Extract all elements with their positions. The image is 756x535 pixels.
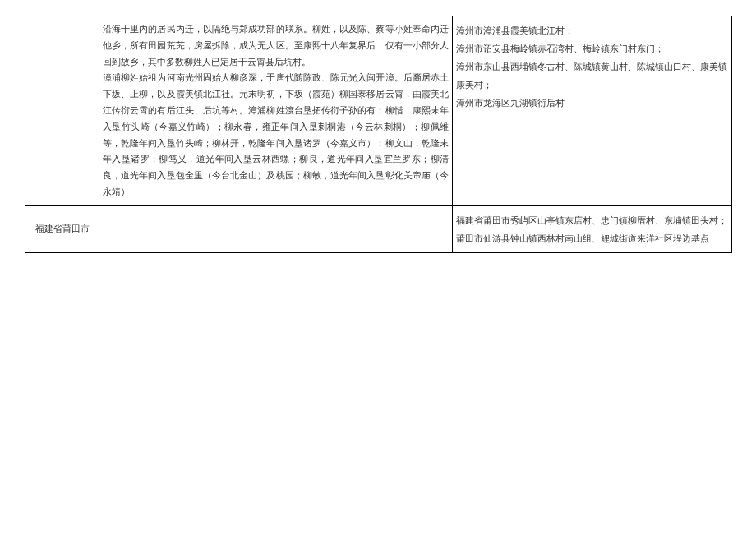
location-line: 漳州市龙海区九湖镇衍后村 [456, 94, 728, 112]
table-row: 福建省莆田市 福建省莆田市秀屿区山亭镇东店村、忠门镇柳厝村、东埔镇田头村； 莆田… [25, 205, 732, 252]
history-cell [99, 205, 453, 252]
genealogy-table: 沿海十里内的居民内迁，以隔绝与郑成功部的联系。柳姓，以及陈、蔡等小姓奉命内迁他乡… [25, 16, 732, 253]
history-paragraph: 沿海十里内的居民内迁，以隔绝与郑成功部的联系。柳姓，以及陈、蔡等小姓奉命内迁他乡… [103, 21, 449, 70]
location-line: 福建省莆田市秀屿区山亭镇东店村、忠门镇柳厝村、东埔镇田头村； [456, 211, 728, 229]
locations-cell: 漳州市漳浦县霞美镇北江村； 漳州市诏安县梅岭镇赤石湾村、梅岭镇东门村东门； 漳州… [453, 16, 732, 205]
location-line: 漳州市漳浦县霞美镇北江村； [456, 21, 728, 39]
region-cell: 福建省莆田市 [25, 205, 99, 252]
location-line: 漳州市诏安县梅岭镇赤石湾村、梅岭镇东门村东门； [456, 39, 728, 58]
region-label: 福建省莆田市 [35, 224, 90, 233]
history-paragraph: 漳浦柳姓始祖为河南光州固始人柳彦深，于唐代随陈政、陈元光入闽开漳。后裔居赤土下坂… [103, 70, 449, 200]
region-cell [25, 16, 99, 205]
history-cell: 沿海十里内的居民内迁，以隔绝与郑成功部的联系。柳姓，以及陈、蔡等小姓奉命内迁他乡… [99, 16, 453, 205]
location-line: 莆田市仙游县钟山镇西林村南山组、鲤城街道来洋社区埕边基点 [456, 229, 728, 247]
table-row: 沿海十里内的居民内迁，以隔绝与郑成功部的联系。柳姓，以及陈、蔡等小姓奉命内迁他乡… [25, 16, 732, 205]
locations-cell: 福建省莆田市秀屿区山亭镇东店村、忠门镇柳厝村、东埔镇田头村； 莆田市仙游县钟山镇… [453, 205, 732, 252]
location-line: 漳州市东山县西埔镇冬古村、陈城镇黄山村、陈城镇山口村、康美镇康美村； [456, 58, 728, 94]
